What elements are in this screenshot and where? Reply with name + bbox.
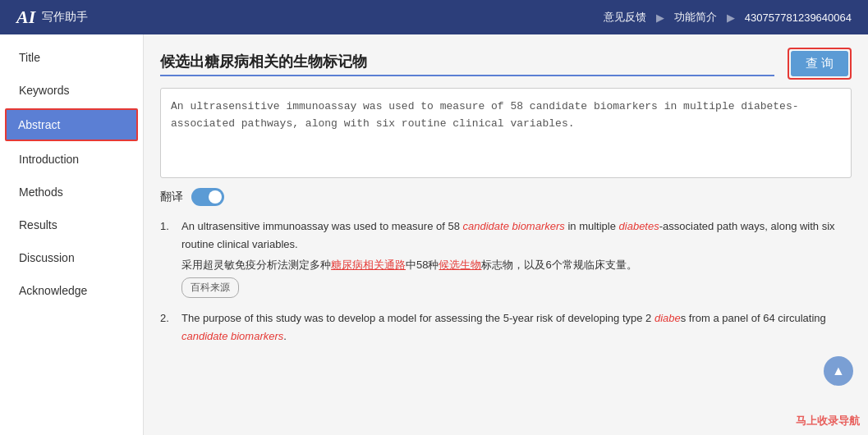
paper-title: 候选出糖尿病相关的生物标记物 [160,52,774,76]
highlight-diabetes2: diabe [654,312,681,324]
logo-text: 写作助手 [42,10,88,25]
abstract-box: An ultrasensitive immunoassay was used t… [160,88,852,178]
sidebar-item-keywords[interactable]: Keywords [0,74,143,107]
source-tag[interactable]: 百科来源 [181,277,239,297]
header: AI 写作助手 意见反馈 ▶ 功能简介 ▶ 43075778123964006​… [0,0,868,34]
result-item: 2. The purpose of this study was to deve… [160,309,852,348]
query-btn-wrapper: 查 询 [788,48,852,80]
results-list: 1. An ultrasensitive immunoassay was use… [160,218,852,348]
result-num: 2. [160,309,175,348]
sidebar-item-methods[interactable]: Methods [0,176,143,208]
content-area: 候选出糖尿病相关的生物标记物 查 询 An ultrasensitive imm… [144,34,868,435]
translate-label: 翻译 [160,190,183,204]
highlight-candidate-biomarkers2: candidate biomarkers [181,330,283,342]
zh-highlight-2: 候选生物 [439,259,481,271]
zh-highlight-1: 糖尿病相关通路 [331,259,406,271]
sidebar-item-abstract[interactable]: Abstract [5,108,138,141]
scroll-up-button[interactable] [824,356,853,386]
ai-logo-icon: AI [16,7,35,28]
result-item: 1. An ultrasensitive immunoassay was use… [160,218,852,298]
result-num: 1. [160,218,175,298]
sidebar-item-discussion[interactable]: Discussion [0,241,143,274]
highlight-diabetes: diabetes [619,220,659,232]
title-row: 候选出糖尿病相关的生物标记物 查 询 [160,48,852,80]
nav-intro[interactable]: 功能简介 [674,10,717,25]
sidebar: TitleKeywordsAbstractIntroductionMethods… [0,34,144,435]
highlight-candidate-biomarkers: candidate biomarkers [463,220,565,232]
main-layout: TitleKeywordsAbstractIntroductionMethods… [0,34,868,435]
logo: AI 写作助手 [16,7,88,28]
nav-id: 43075778123964006​4 [745,11,852,24]
translate-row: 翻译 [160,188,852,206]
nav-arrow1: ▶ [656,11,664,24]
sidebar-item-acknowledge[interactable]: Acknowledge [0,274,143,307]
nav-feedback[interactable]: 意见反馈 [604,10,646,25]
sidebar-item-results[interactable]: Results [0,208,143,241]
watermark: 马上收录导航 [796,414,860,428]
sidebar-item-introduction[interactable]: Introduction [0,143,143,176]
result-en: An ultrasensitive immunoassay was used t… [181,218,852,254]
query-button[interactable]: 查 询 [791,51,848,76]
result-zh: 采用超灵敏免疫分析法测定多种糖尿病相关通路中58种候选生物标志物，以及6个常规临… [181,256,852,274]
translate-toggle[interactable] [191,188,224,206]
result-en: The purpose of this study was to develop… [181,309,852,346]
result-content: An ultrasensitive immunoassay was used t… [181,218,852,298]
sidebar-item-title[interactable]: Title [0,41,143,74]
header-nav: 意见反馈 ▶ 功能简介 ▶ 43075778123964006​4 [604,10,852,25]
nav-arrow2: ▶ [727,11,735,24]
result-content: The purpose of this study was to develop… [181,309,852,348]
